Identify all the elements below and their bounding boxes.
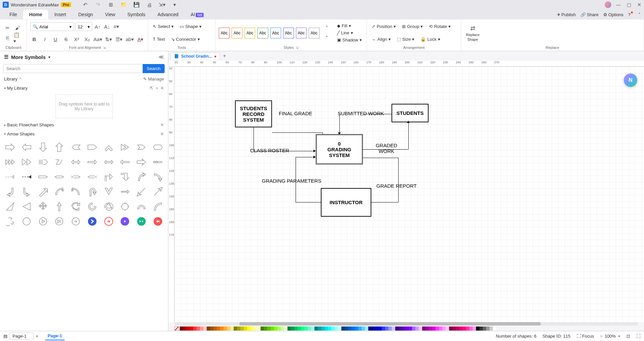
minimize-icon[interactable]: — xyxy=(616,2,621,7)
arrow-narrow-up-icon[interactable] xyxy=(52,200,67,213)
color-swatch[interactable] xyxy=(432,327,436,331)
arrow-notch-left-icon[interactable] xyxy=(68,141,83,154)
tab-ai[interactable]: AIhot xyxy=(184,10,210,19)
replace-shape-button[interactable]: ⇄ Replace Shape xyxy=(465,23,481,43)
arrow-refresh-icon[interactable] xyxy=(68,200,83,213)
help-icon[interactable]: ? xyxy=(628,12,634,17)
arrow-uturn-icon[interactable] xyxy=(85,185,100,198)
circle-back-red-icon[interactable] xyxy=(150,215,165,228)
arrow-chevron-right-icon[interactable] xyxy=(117,141,133,154)
arrow-dots-icon[interactable] xyxy=(117,185,133,198)
color-swatch[interactable] xyxy=(311,327,314,331)
color-swatch[interactable] xyxy=(257,327,261,331)
superscript-icon[interactable]: X² xyxy=(73,35,80,43)
my-library-section[interactable]: My Library ⇱ + ✕ xyxy=(0,84,168,93)
arrow-arc2-icon[interactable] xyxy=(68,185,83,198)
shadow-button[interactable]: ▣ Shadow ▾ xyxy=(336,37,363,43)
arrow-triple-icon[interactable] xyxy=(3,155,18,169)
tab-advanced[interactable]: Advanced xyxy=(151,10,184,19)
canvas[interactable]: STUDENTS RECORD SYSTEM STUDENTS 0 GRADIN… xyxy=(174,67,644,322)
color-swatch[interactable] xyxy=(486,327,489,331)
select-button[interactable]: ↖ Select ▾ xyxy=(151,23,175,30)
ai-assistant-badge[interactable]: N xyxy=(624,73,637,87)
font-group-expand-icon[interactable]: ⇲ xyxy=(103,46,106,50)
color-swatch[interactable] xyxy=(355,327,358,331)
color-swatch[interactable] xyxy=(466,327,469,331)
arrow-left-icon[interactable] xyxy=(19,141,34,154)
arrow-dashed-solid-icon[interactable] xyxy=(19,170,34,184)
color-swatch[interactable] xyxy=(469,327,473,331)
circle-chevron-blue-icon[interactable] xyxy=(85,215,100,228)
arrow-v-icon[interactable] xyxy=(101,185,116,198)
recycle-icon[interactable] xyxy=(3,215,18,228)
color-swatch[interactable] xyxy=(213,327,217,331)
arrow-thin-right-icon[interactable] xyxy=(85,155,100,169)
color-swatch[interactable] xyxy=(456,327,459,331)
color-swatch[interactable] xyxy=(284,327,287,331)
color-swatch[interactable] xyxy=(365,327,368,331)
size-button[interactable]: ⬚ Size▾ xyxy=(396,36,416,42)
case-icon[interactable]: Aa▾ xyxy=(94,35,102,43)
copy-icon[interactable]: ⎘ xyxy=(3,34,11,42)
arrow-open-right-icon[interactable] xyxy=(134,155,149,169)
color-swatch[interactable] xyxy=(426,327,429,331)
print-icon[interactable]: 🖨 xyxy=(145,1,153,9)
font-shrink-icon[interactable]: A↓ xyxy=(103,23,111,31)
arrow-dotted-icon[interactable] xyxy=(3,170,18,184)
style-swatch[interactable]: Abc xyxy=(309,28,319,38)
italic-icon[interactable]: I xyxy=(41,35,48,43)
color-swatch[interactable] xyxy=(362,327,365,331)
symbol-search-input[interactable] xyxy=(3,64,143,73)
color-swatch[interactable] xyxy=(298,327,301,331)
strike-icon[interactable]: S xyxy=(62,35,70,43)
color-swatch[interactable] xyxy=(395,327,399,331)
share-button[interactable]: 🔗 Share xyxy=(580,12,599,17)
arrow-bend-dl-icon[interactable] xyxy=(3,185,18,198)
collapse-ribbon-icon[interactable]: ˄ xyxy=(638,12,641,17)
style-swatch[interactable]: Abc xyxy=(232,28,242,38)
position-button[interactable]: ⤢ Position▾ xyxy=(370,23,397,30)
color-swatch[interactable] xyxy=(341,327,345,331)
align-icon[interactable]: ≡▾ xyxy=(112,23,121,31)
connector-button[interactable]: ↘ Connector ▾ xyxy=(170,36,201,42)
page-tab[interactable]: Page-1 xyxy=(45,332,65,340)
focus-button[interactable]: ⛶ Focus xyxy=(577,334,594,339)
color-swatch[interactable] xyxy=(489,327,493,331)
text-button[interactable]: T Text xyxy=(151,36,166,42)
arrow-double-icon[interactable] xyxy=(19,155,34,169)
color-swatch[interactable] xyxy=(308,327,311,331)
color-swatch[interactable] xyxy=(250,327,254,331)
shape-button[interactable]: ▭ Shape ▾ xyxy=(178,23,203,30)
arrow-cycle3-icon[interactable] xyxy=(101,200,116,213)
color-swatch[interactable] xyxy=(247,327,250,331)
color-swatch[interactable] xyxy=(388,327,392,331)
arrow-feather-left-icon[interactable] xyxy=(85,170,100,184)
color-swatch[interactable] xyxy=(281,327,284,331)
new-icon[interactable]: ⊞ xyxy=(107,1,115,9)
style-swatch[interactable]: Abc xyxy=(283,28,294,38)
color-swatch[interactable] xyxy=(331,327,335,331)
panel-collapse-icon[interactable]: ≪ xyxy=(159,54,164,60)
color-swatch[interactable] xyxy=(429,327,432,331)
circle-play-purple-icon[interactable] xyxy=(117,215,133,228)
color-swatch[interactable] xyxy=(318,327,321,331)
arrow-semicircle-icon[interactable] xyxy=(134,200,149,213)
underline-icon[interactable]: U xyxy=(52,35,59,43)
color-swatch[interactable] xyxy=(203,327,207,331)
font-size-select[interactable]: 12▾ xyxy=(75,22,92,31)
color-swatch[interactable] xyxy=(210,327,213,331)
style-swatch[interactable]: Abc xyxy=(219,28,230,38)
color-swatch[interactable] xyxy=(234,327,237,331)
arrow-cycle4-icon[interactable] xyxy=(117,200,133,213)
color-swatch[interactable] xyxy=(439,327,442,331)
color-swatch[interactable] xyxy=(422,327,426,331)
line-button[interactable]: ╱ Line ▾ xyxy=(336,30,363,36)
color-swatch[interactable] xyxy=(375,327,378,331)
color-swatch[interactable] xyxy=(244,327,247,331)
redo-icon[interactable]: ↷ xyxy=(94,1,102,9)
zoom-in-button[interactable]: + xyxy=(618,334,620,339)
color-swatch[interactable] xyxy=(291,327,294,331)
color-swatch[interactable] xyxy=(415,327,419,331)
bold-icon[interactable]: B xyxy=(30,35,38,43)
color-swatch[interactable] xyxy=(220,327,224,331)
